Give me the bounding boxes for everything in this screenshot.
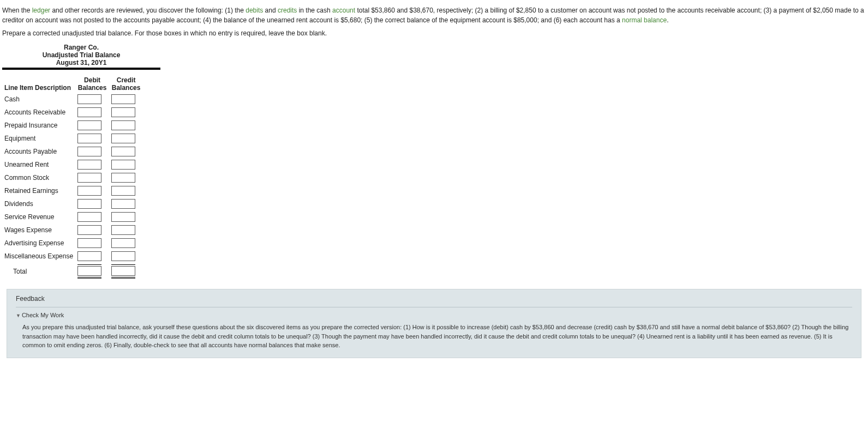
trial-balance-table: Line Item Description Debit Balances Cre… bbox=[2, 75, 143, 280]
table-row: Cash bbox=[2, 93, 143, 106]
row-label: Wages Expense bbox=[2, 223, 75, 237]
company-name: Ranger Co. bbox=[2, 44, 160, 51]
row-label: Advertising Expense bbox=[2, 237, 75, 250]
debit-input[interactable] bbox=[77, 94, 101, 104]
debit-input[interactable] bbox=[77, 160, 101, 170]
intro-paragraph-2: Prepare a corrected unadjusted trial bal… bbox=[2, 28, 866, 38]
table-row: Wages Expense bbox=[2, 223, 143, 237]
col-header-description: Line Item Description bbox=[2, 75, 75, 93]
row-label: Prepaid Insurance bbox=[2, 119, 75, 132]
credit-input[interactable] bbox=[111, 120, 135, 130]
table-row: Miscellaneous Expense bbox=[2, 250, 143, 263]
debit-input[interactable] bbox=[77, 147, 101, 156]
term-normal-balance: normal balance bbox=[622, 16, 667, 24]
row-label: Cash bbox=[2, 93, 75, 106]
table-row: Service Revenue bbox=[2, 210, 143, 223]
row-label: Miscellaneous Expense bbox=[2, 250, 75, 263]
trial-balance-header: Ranger Co. Unadjusted Trial Balance Augu… bbox=[2, 44, 160, 70]
debit-input[interactable] bbox=[77, 186, 101, 196]
term-ledger: ledger bbox=[32, 7, 50, 14]
problem-intro: When the ledger and other records are re… bbox=[2, 5, 866, 38]
term-credits: credits bbox=[278, 7, 297, 14]
table-row: Advertising Expense bbox=[2, 237, 143, 250]
debit-input[interactable] bbox=[77, 120, 101, 130]
table-row: Dividends bbox=[2, 197, 143, 210]
table-row: Equipment bbox=[2, 132, 143, 145]
feedback-heading: Feedback bbox=[16, 295, 852, 307]
debit-input[interactable] bbox=[77, 251, 101, 261]
intro-paragraph-1: When the ledger and other records are re… bbox=[2, 5, 866, 25]
trial-balance: Ranger Co. Unadjusted Trial Balance Augu… bbox=[2, 44, 866, 280]
statement-date: August 31, 20Y1 bbox=[2, 59, 160, 67]
col-header-debit: Debit Balances bbox=[75, 75, 109, 93]
debit-input[interactable] bbox=[77, 238, 101, 248]
debit-input[interactable] bbox=[77, 107, 101, 117]
row-label: Accounts Receivable bbox=[2, 106, 75, 119]
credit-input[interactable] bbox=[111, 147, 135, 156]
feedback-body: As you prepare this unadjusted trial bal… bbox=[16, 323, 852, 350]
table-row: Prepaid Insurance bbox=[2, 119, 143, 132]
credit-input[interactable] bbox=[111, 212, 135, 222]
credit-input[interactable] bbox=[111, 134, 135, 143]
debit-input[interactable] bbox=[77, 134, 101, 143]
statement-title: Unadjusted Trial Balance bbox=[2, 51, 160, 59]
credit-input[interactable] bbox=[111, 186, 135, 196]
debit-input[interactable] bbox=[77, 173, 101, 183]
table-row: Accounts Receivable bbox=[2, 106, 143, 119]
table-row: Retained Earnings bbox=[2, 184, 143, 197]
credit-input[interactable] bbox=[111, 199, 135, 209]
credit-input[interactable] bbox=[111, 173, 135, 183]
credit-input[interactable] bbox=[111, 238, 135, 248]
credit-input[interactable] bbox=[111, 94, 135, 104]
term-debits: debits bbox=[246, 7, 263, 14]
total-label: Total bbox=[2, 263, 75, 280]
debit-input[interactable] bbox=[77, 199, 101, 209]
col-header-credit: Credit Balances bbox=[109, 75, 143, 93]
row-label: Unearned Rent bbox=[2, 158, 75, 171]
credit-input[interactable] bbox=[111, 225, 135, 235]
total-debit-input[interactable] bbox=[77, 266, 101, 276]
triangle-down-icon: ▼ bbox=[16, 313, 21, 318]
total-row: Total bbox=[2, 263, 143, 280]
table-row: Common Stock bbox=[2, 171, 143, 184]
debit-input[interactable] bbox=[77, 225, 101, 235]
total-credit-input[interactable] bbox=[111, 266, 135, 276]
term-account: account bbox=[332, 7, 355, 14]
row-label: Service Revenue bbox=[2, 210, 75, 223]
credit-input[interactable] bbox=[111, 160, 135, 170]
row-label: Dividends bbox=[2, 197, 75, 210]
row-label: Common Stock bbox=[2, 171, 75, 184]
row-label: Equipment bbox=[2, 132, 75, 145]
credit-input[interactable] bbox=[111, 107, 135, 117]
table-row: Unearned Rent bbox=[2, 158, 143, 171]
credit-input[interactable] bbox=[111, 251, 135, 261]
feedback-panel: Feedback ▼Check My Work As you prepare t… bbox=[7, 289, 861, 358]
check-my-work-toggle[interactable]: ▼Check My Work bbox=[16, 312, 852, 318]
row-label: Retained Earnings bbox=[2, 184, 75, 197]
row-label: Accounts Payable bbox=[2, 145, 75, 158]
table-row: Accounts Payable bbox=[2, 145, 143, 158]
debit-input[interactable] bbox=[77, 212, 101, 222]
